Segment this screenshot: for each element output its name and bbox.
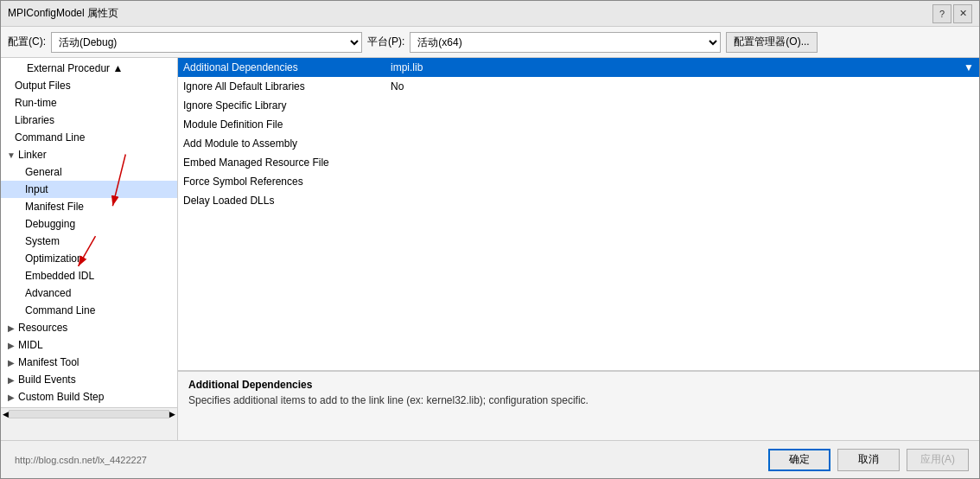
manifest-tool-expand-icon: ▶	[6, 357, 16, 367]
prop-name-cell: Delay Loaded DLLs	[178, 191, 385, 210]
status-text: http://blog.csdn.net/lx_4422227	[11, 455, 761, 465]
table-row[interactable]: Module Definition File	[178, 115, 979, 134]
tree-label-advanced: Advanced	[25, 287, 174, 299]
tree-item-run-time[interactable]: Run-time	[1, 94, 177, 112]
tree-item-libraries[interactable]: Libraries	[1, 112, 177, 129]
tree-item-external-procedur[interactable]: External Procedur ▲	[1, 60, 177, 77]
properties-table: Additional Dependencies impi.lib ▼ Ignor…	[178, 58, 979, 210]
prop-dropdown-cell	[958, 191, 979, 210]
description-title: Additional Dependencies	[188, 379, 969, 391]
prop-name-cell: Add Module to Assembly	[178, 134, 385, 153]
tree-item-optimization[interactable]: Optimization	[1, 250, 177, 267]
description-text: Specifies additional items to add to the…	[188, 394, 969, 406]
main-window: MPIConfigModel 属性页 ? ✕ 配置(C): 活动(Debug) …	[0, 0, 980, 479]
tree-label-build-events: Build Events	[18, 374, 174, 386]
prop-value-cell	[385, 134, 958, 153]
platform-label: 平台(P):	[367, 35, 404, 49]
prop-value-cell	[385, 172, 958, 191]
tree-label-input: Input	[25, 183, 174, 195]
tree-label-resources: Resources	[18, 322, 174, 334]
tree-item-debugging[interactable]: Debugging	[1, 215, 177, 233]
close-button[interactable]: ✕	[953, 4, 972, 23]
manage-config-button[interactable]: 配置管理器(O)...	[726, 32, 817, 53]
resources-expand-icon: ▶	[6, 323, 16, 333]
help-button[interactable]: ?	[932, 4, 951, 23]
scroll-right-btn[interactable]: ▶	[169, 410, 175, 418]
tree-label-general: General	[25, 166, 174, 178]
prop-value-cell	[385, 96, 958, 115]
platform-select[interactable]: 活动(x64)	[410, 32, 721, 53]
tree-label-manifest-tool: Manifest Tool	[18, 356, 174, 368]
tree-label-output-files: Output Files	[15, 80, 174, 92]
prop-dropdown-cell	[958, 115, 979, 134]
description-area: Additional Dependencies Specifies additi…	[178, 371, 979, 440]
tree-item-command-line-1[interactable]: Command Line	[1, 129, 177, 146]
tree-item-input[interactable]: Input	[1, 181, 177, 198]
prop-name-cell: Force Symbol References	[178, 172, 385, 191]
config-select[interactable]: 活动(Debug)	[51, 32, 362, 53]
table-row[interactable]: Force Symbol References	[178, 172, 979, 191]
tree-label-run-time: Run-time	[15, 97, 174, 109]
prop-dropdown-cell	[958, 172, 979, 191]
tree-label-debugging: Debugging	[25, 218, 174, 230]
table-row[interactable]: Add Module to Assembly	[178, 134, 979, 153]
custom-build-step-expand-icon: ▶	[6, 392, 16, 402]
prop-value-cell: impi.lib	[385, 58, 958, 77]
tree-item-midl[interactable]: ▶ MIDL	[1, 336, 177, 354]
tree-label-optimization: Optimization	[25, 252, 174, 265]
prop-value-cell: No	[385, 77, 958, 96]
tree-item-manifest-file[interactable]: Manifest File	[1, 198, 177, 215]
main-content: External Procedur ▲ Output Files Run-tim…	[1, 58, 979, 440]
tree-item-linker[interactable]: ▼ Linker	[1, 146, 177, 163]
prop-value-cell	[385, 191, 958, 210]
table-row[interactable]: Additional Dependencies impi.lib ▼	[178, 58, 979, 77]
prop-name-cell: Embed Managed Resource File	[178, 153, 385, 172]
table-row[interactable]: Delay Loaded DLLs	[178, 191, 979, 210]
tree-label-custom-build-step: Custom Build Step	[18, 391, 174, 403]
tree-label-system: System	[25, 235, 174, 247]
tree-item-general[interactable]: General	[1, 163, 177, 181]
tree-panel: External Procedur ▲ Output Files Run-tim…	[1, 58, 178, 407]
prop-name-cell: Module Definition File	[178, 115, 385, 134]
prop-dropdown-cell	[958, 134, 979, 153]
tree-item-embedded-idl[interactable]: Embedded IDL	[1, 267, 177, 284]
expand-icon	[15, 63, 25, 73]
tree-label-manifest-file: Manifest File	[25, 201, 174, 213]
prop-name-cell: Ignore All Default Libraries	[178, 77, 385, 96]
tree-item-system[interactable]: System	[1, 233, 177, 250]
ok-button[interactable]: 确定	[768, 449, 830, 471]
right-panel: Additional Dependencies impi.lib ▼ Ignor…	[178, 58, 979, 440]
scroll-left-btn[interactable]: ◀	[3, 410, 9, 418]
table-row[interactable]: Embed Managed Resource File	[178, 153, 979, 172]
prop-name-cell: Ignore Specific Library	[178, 96, 385, 115]
tree-label-embedded-idl: Embedded IDL	[25, 270, 174, 282]
table-row[interactable]: Ignore Specific Library	[178, 96, 979, 115]
tree-item-advanced[interactable]: Advanced	[1, 284, 177, 302]
tree-item-custom-build-step[interactable]: ▶ Custom Build Step	[1, 388, 177, 406]
tree-item-build-events[interactable]: ▶ Build Events	[1, 371, 177, 388]
prop-dropdown-cell	[958, 96, 979, 115]
tree-scrollbar[interactable]: ◀ ▶	[1, 407, 177, 419]
midl-expand-icon: ▶	[6, 340, 16, 350]
table-row[interactable]: Ignore All Default Libraries No	[178, 77, 979, 96]
tree-label-external-procedur: External Procedur ▲	[27, 62, 174, 74]
build-events-expand-icon: ▶	[6, 374, 16, 385]
toolbar: 配置(C): 活动(Debug) 平台(P): 活动(x64) 配置管理器(O)…	[1, 27, 979, 58]
tree-item-command-line-2[interactable]: Command Line	[1, 302, 177, 319]
tree-label-libraries: Libraries	[15, 114, 174, 126]
cancel-button[interactable]: 取消	[837, 449, 900, 471]
tree-item-output-files[interactable]: Output Files	[1, 77, 177, 94]
prop-dropdown-cell[interactable]: ▼	[958, 58, 979, 77]
left-container: External Procedur ▲ Output Files Run-tim…	[1, 58, 178, 440]
title-bar-buttons: ? ✕	[932, 4, 972, 23]
tree-label-command-line-1: Command Line	[15, 131, 174, 144]
footer: http://blog.csdn.net/lx_4422227 确定 取消 应用…	[1, 440, 979, 478]
tree-item-manifest-tool[interactable]: ▶ Manifest Tool	[1, 354, 177, 371]
tree-label-linker: Linker	[18, 149, 174, 161]
window-title: MPIConfigModel 属性页	[8, 6, 118, 21]
apply-button[interactable]: 应用(A)	[907, 449, 969, 471]
scrollbar-track	[9, 410, 169, 418]
linker-expand-icon: ▼	[6, 150, 16, 160]
tree-label-command-line-2: Command Line	[25, 304, 174, 316]
tree-item-resources[interactable]: ▶ Resources	[1, 319, 177, 336]
